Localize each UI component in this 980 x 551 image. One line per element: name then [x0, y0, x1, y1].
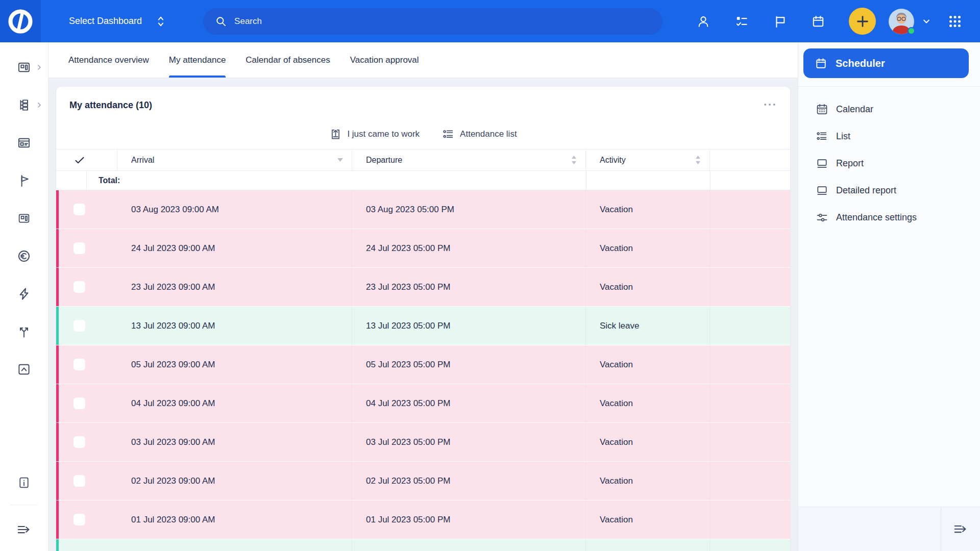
sidebar-item-dashboards[interactable]	[0, 48, 48, 86]
search-input[interactable]	[234, 16, 651, 27]
column-header-departure[interactable]: Departure	[352, 149, 586, 170]
scheduler-button[interactable]: Scheduler	[803, 48, 969, 78]
table-row[interactable]: 03 Jul 2023 09:00 AM 03 Jul 2023 05:00 P…	[56, 423, 790, 462]
menu-item-report[interactable]: Report	[816, 150, 980, 177]
table-row[interactable]: 05 Jul 2023 09:00 AM 05 Jul 2023 05:00 P…	[56, 345, 790, 384]
app-logo[interactable]	[0, 0, 41, 42]
sidebar-item-automation[interactable]	[0, 275, 48, 313]
search-icon	[214, 15, 228, 28]
sidebar-divider	[10, 505, 38, 505]
report-icon	[816, 157, 828, 170]
sort-arrows-icon[interactable]	[571, 155, 577, 165]
filter-dropdown-icon[interactable]	[337, 158, 344, 162]
sidebar-item-org-structure[interactable]	[0, 86, 48, 124]
row-checkbox[interactable]	[74, 320, 85, 332]
menu-item-label: Report	[836, 158, 864, 169]
sidebar-item-portal[interactable]	[0, 124, 48, 162]
table-row[interactable]: 02 Jul 2023 09:00 AM 02 Jul 2023 05:00 P…	[56, 462, 790, 500]
right-sidebar-menu: Calendar List Report Detailed report Att…	[798, 87, 980, 231]
calendar-icon[interactable]	[811, 14, 825, 29]
dashboard-selector[interactable]: Select Dashboard	[69, 15, 166, 28]
menu-item-label: List	[836, 131, 850, 142]
panel-collapse-button[interactable]	[941, 507, 980, 551]
calendar-dots-icon	[816, 103, 828, 116]
row-checkbox[interactable]	[74, 514, 85, 525]
tasks-checklist-icon[interactable]	[734, 14, 749, 29]
sidebar-item-payroll[interactable]	[0, 237, 48, 275]
sidebar-collapse-button[interactable]	[0, 508, 48, 551]
total-row: Total:	[56, 171, 790, 190]
chevron-down-icon[interactable]	[921, 16, 932, 27]
menu-item-label: Calendar	[836, 104, 873, 115]
left-sidebar-bottom	[0, 464, 48, 551]
tab-vacation-approval[interactable]: Vacation approval	[350, 42, 419, 78]
panel-actions: I just came to work Attendance list	[56, 119, 790, 149]
flag-icon[interactable]	[773, 14, 787, 29]
arrival-cell	[117, 539, 352, 551]
tab-label: My attendance	[169, 55, 226, 65]
menu-item-label: Detailed report	[836, 185, 896, 196]
row-checkbox[interactable]	[74, 475, 85, 487]
create-new-button[interactable]	[849, 8, 876, 35]
sidebar-item-goals[interactable]	[0, 162, 48, 199]
tab-calendar-of-absences[interactable]: Calendar of absences	[246, 42, 330, 78]
departure-cell: 02 Jul 2023 05:00 PM	[352, 462, 586, 500]
apps-grid-icon[interactable]	[947, 14, 963, 29]
activity-cell	[586, 539, 710, 551]
panel-header: My attendance (10)	[56, 87, 790, 119]
settings-sliders-icon	[816, 211, 828, 224]
dashboard-selector-label: Select Dashboard	[69, 16, 142, 27]
tab-label: Attendance overview	[68, 55, 149, 65]
row-checkbox[interactable]	[74, 242, 85, 254]
tab-my-attendance[interactable]: My attendance	[169, 42, 226, 78]
chevron-expand-icon	[155, 15, 166, 28]
row-checkbox-cell	[56, 359, 117, 370]
profile-icon[interactable]	[696, 14, 710, 29]
table-row[interactable]: 23 Jul 2023 09:00 AM 23 Jul 2023 05:00 P…	[56, 268, 790, 307]
search-bar[interactable]	[203, 8, 663, 35]
row-checkbox-cell	[56, 281, 117, 293]
table-row[interactable]: 13 Jul 2023 09:00 AM 13 Jul 2023 05:00 P…	[56, 307, 790, 345]
table-row[interactable]: 04 Jul 2023 09:00 AM 04 Jul 2023 05:00 P…	[56, 384, 790, 423]
tab-attendance-overview[interactable]: Attendance overview	[68, 42, 149, 78]
table-row[interactable]: 01 Jul 2023 09:00 AM 01 Jul 2023 05:00 P…	[56, 500, 790, 539]
departure-cell: 04 Jul 2023 05:00 PM	[352, 384, 586, 422]
table-row[interactable]	[56, 539, 790, 551]
row-checkbox[interactable]	[74, 204, 85, 215]
table-row[interactable]: 24 Jul 2023 09:00 AM 24 Jul 2023 05:00 P…	[56, 229, 790, 268]
collapse-arrow-icon	[15, 522, 33, 537]
modules-grid-icon	[17, 212, 31, 225]
row-checkbox[interactable]	[74, 281, 85, 293]
departure-cell: 03 Jul 2023 05:00 PM	[352, 423, 586, 461]
page-body: My attendance (10) I just came to work	[48, 78, 798, 551]
sidebar-item-workflows[interactable]	[0, 313, 48, 350]
row-checkbox-cell	[56, 397, 117, 409]
sidebar-item-updates[interactable]	[0, 350, 48, 388]
sidebar-item-info[interactable]	[0, 464, 48, 502]
row-checkbox-cell	[56, 242, 117, 254]
column-header-arrival[interactable]: Arrival	[117, 149, 352, 170]
menu-item-attendance-settings[interactable]: Attendance settings	[816, 204, 980, 231]
table-header: Arrival Departure Activity	[56, 149, 790, 171]
select-all-column[interactable]	[56, 149, 117, 170]
row-checkbox-cell	[56, 204, 117, 215]
column-header-activity[interactable]: Activity	[586, 149, 710, 170]
came-to-work-button[interactable]: I just came to work	[329, 128, 420, 141]
user-avatar[interactable]	[889, 9, 914, 34]
row-checkbox[interactable]	[74, 436, 85, 448]
row-checkbox-cell	[56, 320, 117, 332]
attendance-list-button[interactable]: Attendance list	[442, 128, 517, 141]
check-in-icon	[329, 128, 342, 141]
panel-menu-button[interactable]	[763, 101, 777, 109]
sort-arrows-icon[interactable]	[695, 155, 701, 165]
column-label: Activity	[600, 156, 626, 165]
row-checkbox[interactable]	[74, 359, 85, 370]
row-checkbox[interactable]	[74, 397, 85, 409]
activity-cell: Vacation	[586, 190, 710, 229]
departure-cell	[352, 539, 586, 551]
sidebar-item-apps[interactable]	[0, 199, 48, 237]
menu-item-list[interactable]: List	[816, 123, 980, 150]
menu-item-detailed-report[interactable]: Detailed report	[816, 177, 980, 204]
table-row[interactable]: 03 Aug 2023 09:00 AM 03 Aug 2023 05:00 P…	[56, 190, 790, 229]
menu-item-calendar[interactable]: Calendar	[816, 96, 980, 123]
